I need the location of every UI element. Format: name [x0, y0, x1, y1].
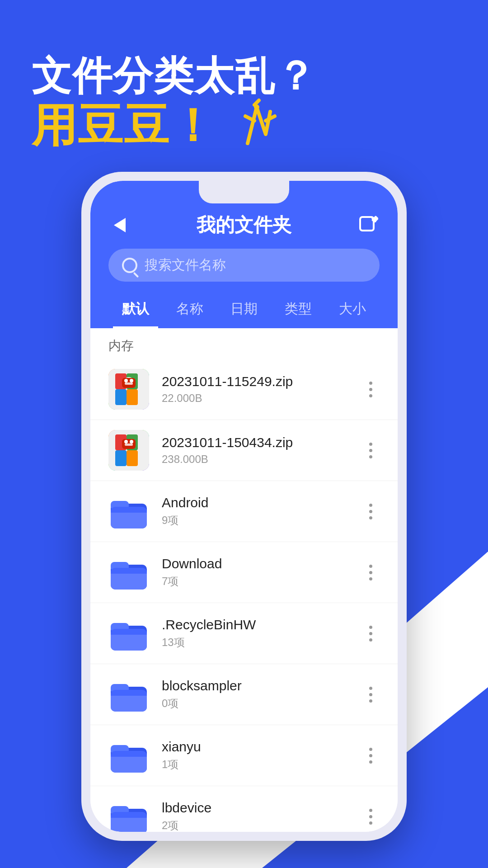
svg-rect-17	[127, 450, 138, 466]
back-arrow-icon	[114, 218, 126, 232]
svg-point-20	[130, 440, 133, 443]
phone-notch	[199, 181, 289, 203]
sort-tab-date[interactable]: 日期	[221, 295, 267, 328]
dot	[369, 504, 372, 507]
hero-line2-text: 用豆豆！	[32, 100, 216, 150]
file-name: .RecycleBinHW	[162, 617, 361, 632]
svg-point-19	[124, 440, 128, 443]
file-info: xianyu 1项	[162, 739, 361, 772]
edit-button[interactable]	[357, 214, 380, 236]
app-title: 我的文件夹	[197, 212, 291, 238]
more-options-button[interactable]	[361, 681, 380, 708]
dot	[369, 687, 372, 690]
svg-rect-12	[125, 382, 133, 385]
dot	[369, 516, 372, 519]
file-meta: 7项	[162, 574, 361, 589]
file-info: Android 9项	[162, 495, 361, 528]
svg-rect-45	[111, 818, 147, 832]
hero-text-area: 文件分类太乱？ 用豆豆！	[32, 54, 316, 152]
file-list: 内存	[90, 328, 398, 832]
svg-rect-25	[111, 513, 147, 528]
dot	[369, 638, 372, 642]
svg-point-11	[130, 379, 133, 382]
file-info: 20231011-115249.zip 22.000B	[162, 374, 361, 405]
file-meta: 238.000B	[162, 453, 361, 466]
list-item[interactable]: 20231011-115249.zip 22.000B	[90, 359, 398, 420]
svg-rect-16	[115, 450, 127, 466]
search-placeholder: 搜索文件名称	[145, 256, 226, 274]
file-meta: 9项	[162, 513, 361, 528]
dot	[369, 693, 372, 696]
dot	[369, 571, 372, 574]
folder-icon	[108, 735, 149, 776]
folder-icon	[108, 613, 149, 654]
list-item[interactable]: lbdevice 2项	[90, 786, 398, 832]
dot	[369, 510, 372, 513]
dot	[369, 809, 372, 812]
svg-point-0	[254, 104, 259, 110]
file-name: 20231011-150434.zip	[162, 435, 361, 450]
more-options-button[interactable]	[361, 742, 380, 769]
svg-point-10	[124, 379, 128, 382]
back-button[interactable]	[108, 214, 131, 236]
dot	[369, 449, 372, 452]
more-options-button[interactable]	[361, 437, 380, 464]
more-options-button[interactable]	[361, 559, 380, 586]
file-name: Download	[162, 556, 361, 571]
svg-rect-6	[115, 389, 127, 405]
folder-icon	[108, 552, 149, 593]
svg-rect-37	[111, 696, 147, 712]
file-name: xianyu	[162, 739, 361, 755]
sort-tab-size[interactable]: 大小	[330, 295, 375, 328]
svg-rect-41	[111, 757, 147, 773]
file-meta: 22.000B	[162, 392, 361, 405]
dot	[369, 815, 372, 818]
dot	[369, 760, 372, 764]
dot	[369, 626, 372, 629]
file-meta: 2项	[162, 818, 361, 832]
svg-rect-29	[111, 574, 147, 590]
sort-tab-name[interactable]: 名称	[167, 295, 212, 328]
dot	[369, 394, 372, 397]
phone-mockup: 我的文件夹 搜索文件名称 默认	[81, 172, 407, 841]
dot	[369, 821, 372, 825]
list-item[interactable]: Download 7项	[90, 542, 398, 603]
file-meta: 1项	[162, 757, 361, 772]
search-bar[interactable]: 搜索文件名称	[108, 249, 380, 282]
list-item[interactable]: 20231011-150434.zip 238.000B	[90, 420, 398, 481]
list-item[interactable]: Android 9项	[90, 481, 398, 542]
sort-tab-default[interactable]: 默认	[113, 295, 158, 328]
folder-icon	[108, 674, 149, 715]
dot	[369, 382, 372, 385]
list-item[interactable]: xianyu 1项	[90, 725, 398, 786]
more-options-button[interactable]	[361, 498, 380, 525]
file-name: lbdevice	[162, 800, 361, 816]
phone-frame: 我的文件夹 搜索文件名称 默认	[81, 172, 407, 841]
star-doodle-icon	[221, 98, 279, 152]
folder-icon	[108, 796, 149, 832]
zip-file-icon	[108, 369, 149, 410]
svg-rect-7	[127, 389, 138, 405]
sort-tab-type[interactable]: 类型	[276, 295, 321, 328]
file-info: .RecycleBinHW 13项	[162, 617, 361, 650]
svg-rect-21	[125, 443, 133, 446]
dot	[369, 699, 372, 703]
folder-svg	[108, 491, 149, 532]
more-options-button[interactable]	[361, 803, 380, 830]
svg-rect-1	[360, 217, 374, 231]
file-info: Download 7项	[162, 556, 361, 589]
dot	[369, 565, 372, 568]
more-options-button[interactable]	[361, 620, 380, 647]
zip-file-icon	[108, 430, 149, 471]
file-info: blocksampler 0项	[162, 678, 361, 711]
dot	[369, 443, 372, 446]
list-item[interactable]: .RecycleBinHW 13项	[90, 603, 398, 664]
phone-screen: 我的文件夹 搜索文件名称 默认	[90, 181, 398, 832]
file-info: 20231011-150434.zip 238.000B	[162, 435, 361, 466]
dot	[369, 748, 372, 751]
more-options-button[interactable]	[361, 376, 380, 403]
file-meta: 13项	[162, 635, 361, 650]
list-item[interactable]: blocksampler 0项	[90, 664, 398, 725]
section-label: 内存	[90, 328, 398, 359]
dot	[369, 632, 372, 635]
